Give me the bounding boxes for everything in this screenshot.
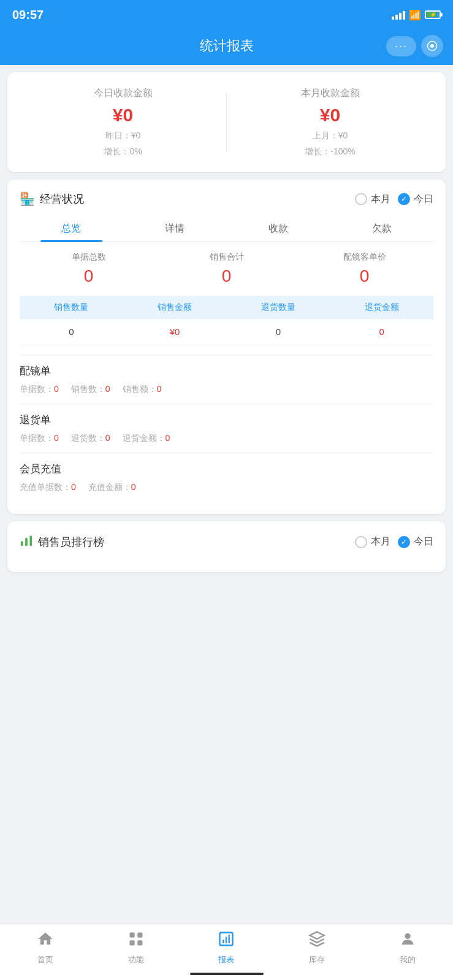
glasses-stats: 单据数：0 销售数：0 销售额：0 [20,384,433,395]
returns-qty: 退货数：0 [71,433,110,444]
operations-title: 经营状况 [40,192,84,206]
month-revenue-value: ¥0 [320,105,340,126]
svg-rect-6 [137,933,142,938]
nav-item-home[interactable]: 首页 [0,930,91,965]
tab-debt[interactable]: 欠款 [330,216,433,241]
month-revenue-item: 本月收款金额 ¥0 上月：¥0 增长：-100% [227,87,433,157]
sales-rank-month-label: 本月 [371,535,390,548]
battery-icon: ⚡ [425,10,441,19]
status-time: 09:57 [12,8,44,22]
svg-point-1 [430,44,434,48]
sales-rank-header: 销售员排行榜 本月 今日 [20,533,433,550]
glasses-docs: 单据数：0 [20,384,59,395]
operations-card: 🏪 经营状况 本月 今日 总览 详情 收款 欠款 [7,179,446,514]
functions-icon [128,930,145,952]
sales-rank-today-radio[interactable] [398,536,410,548]
svg-rect-8 [137,940,142,945]
returns-stats: 单据数：0 退货数：0 退货金额：0 [20,433,433,444]
operations-tabs: 总览 详情 收款 欠款 [20,216,433,242]
col-sales-amount: 销售金额 [123,296,227,319]
svg-rect-2 [21,541,23,546]
today-revenue-growth: 增长：0% [104,146,142,157]
sales-table: 销售数量 销售金额 退货数量 退货金额 0 ¥0 0 0 [20,296,433,345]
col-return-qty: 退货数量 [227,296,330,319]
nav-item-functions[interactable]: 功能 [91,930,181,965]
bottom-indicator [190,973,264,975]
stat-unit-price-label: 配镜客单价 [295,252,433,263]
stat-unit-price: 配镜客单价 0 [295,252,433,286]
operations-icon: 🏪 [20,192,35,206]
stat-total-docs-label: 单据总数 [20,252,158,263]
returns-title: 退货单 [20,413,433,427]
today-revenue-label: 今日收款金额 [94,87,153,100]
month-revenue-growth: 增长：-100% [305,146,355,157]
stat-unit-price-value: 0 [295,266,433,286]
revenue-card: 今日收款金额 ¥0 昨日：¥0 增长：0% 本月收款金额 ¥0 上月：¥0 增长… [7,72,446,172]
stat-total-docs-value: 0 [20,266,158,286]
cell-sales-amount: ¥0 [123,319,227,345]
toggle-today-radio[interactable] [398,193,410,205]
sales-rank-month-radio[interactable] [355,536,367,548]
toggle-month-label: 本月 [371,193,390,206]
toggle-month-option[interactable]: 本月 [355,193,390,206]
tab-detail[interactable]: 详情 [123,216,227,241]
today-revenue-sub: 昨日：¥0 [105,130,141,141]
operations-title-area: 🏪 经营状况 [20,192,84,206]
sales-rank-toggle-today[interactable]: 今日 [398,535,433,548]
glasses-title: 配镜单 [20,364,433,378]
recharge-amount: 充值金额：0 [88,482,136,493]
toggle-month-radio[interactable] [355,193,367,205]
inventory-icon [308,930,325,952]
col-sales-qty: 销售数量 [20,296,123,319]
toggle-today-option[interactable]: 今日 [398,193,433,206]
nav-label-inventory: 库存 [309,954,325,965]
recharge-title: 会员充值 [20,462,433,476]
sub-section-recharge: 会员充值 充值单据数：0 充值金额：0 [20,453,433,502]
month-revenue-label: 本月收款金额 [301,87,360,100]
nav-label-reports: 报表 [218,954,234,965]
tab-overview[interactable]: 总览 [20,216,123,241]
sales-rank-icon [20,533,33,550]
svg-rect-5 [129,933,134,938]
tab-payment[interactable]: 收款 [227,216,330,241]
nav-item-inventory[interactable]: 库存 [272,930,362,965]
toggle-today-label: 今日 [414,193,433,206]
cell-sales-qty: 0 [20,319,123,345]
nav-item-mine[interactable]: 我的 [362,930,453,965]
cell-return-qty: 0 [227,319,330,345]
signal-icon [392,10,405,20]
today-revenue-value: ¥0 [113,105,133,126]
reports-icon [218,930,235,952]
returns-docs: 单据数：0 [20,433,59,444]
page-title: 统计报表 [200,37,254,55]
wifi-icon: 📶 [409,9,421,21]
status-bar: 09:57 📶 ⚡ [0,0,453,29]
sales-rank-title-area: 销售员排行榜 [20,533,104,550]
col-return-amount: 退货金额 [330,296,433,319]
bottom-nav: 首页 功能 报表 [0,924,453,980]
nav-label-functions: 功能 [128,954,144,965]
month-revenue-sub: 上月：¥0 [313,130,348,141]
cell-return-amount: 0 [330,319,433,345]
camera-button[interactable] [421,35,443,57]
status-icons: 📶 ⚡ [392,9,441,21]
sales-rank-card: 销售员排行榜 本月 今日 [7,521,446,572]
svg-point-13 [405,933,410,939]
svg-rect-4 [30,536,32,546]
nav-item-reports[interactable]: 报表 [181,930,272,965]
svg-rect-3 [25,538,28,546]
main-content: 今日收款金额 ¥0 昨日：¥0 增长：0% 本月收款金额 ¥0 上月：¥0 增长… [0,65,453,648]
operations-header: 🏪 经营状况 本月 今日 [20,192,433,206]
glasses-sales-qty: 销售数：0 [71,384,110,395]
operations-toggle: 本月 今日 [355,193,433,206]
mine-icon [399,930,416,952]
returns-amount: 退货金额：0 [123,433,170,444]
header-actions: ··· [386,35,443,57]
stat-total-docs: 单据总数 0 [20,252,158,286]
nav-label-mine: 我的 [400,954,416,965]
header: 统计报表 ··· [0,29,453,65]
more-button[interactable]: ··· [386,36,416,56]
sales-rank-toggle: 本月 今日 [355,535,433,548]
sub-section-glasses: 配镜单 单据数：0 销售数：0 销售额：0 [20,355,433,404]
sales-rank-toggle-month[interactable]: 本月 [355,535,390,548]
